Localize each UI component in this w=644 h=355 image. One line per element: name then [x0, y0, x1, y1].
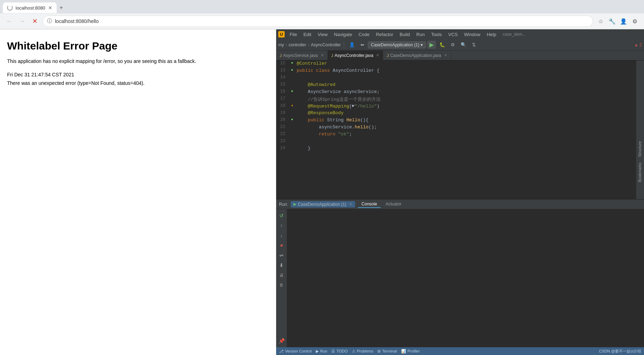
tab-close-button[interactable]: ✕: [48, 5, 52, 11]
run-panel-tabs: Console Actuator: [358, 201, 405, 208]
code-editor[interactable]: 12 ● @Controller 13 ● public class Async…: [276, 60, 636, 199]
menu-window[interactable]: Window: [461, 31, 483, 38]
error-description: This application has no explicit mapping…: [7, 58, 269, 65]
run-wrap-button[interactable]: ⇌: [277, 251, 286, 260]
line-content-13: public class AsyncController {: [295, 68, 636, 73]
run-configuration[interactable]: CaseDemoApplication (1) ▾: [368, 41, 426, 48]
tab-close-asynccontroller[interactable]: ✕: [376, 53, 379, 58]
bookmarks-panel-label[interactable]: Bookmarks: [636, 160, 644, 185]
tab-asynccontroller[interactable]: J AsyncController.java ✕: [328, 51, 383, 60]
line-content-24: }: [295, 146, 636, 151]
menu-edit[interactable]: Edit: [301, 31, 314, 38]
run-panel: Run: ▶ CaseDemoApplication (1) ✕ Console…: [276, 199, 644, 347]
run-toolbar: ↺ ↑ ↓ ■ ⇌ ⬇ 🖨 🗑 📌: [276, 209, 287, 347]
forward-button[interactable]: →: [17, 16, 27, 26]
address-bar[interactable]: ⓘ: [42, 16, 593, 27]
version-control-status[interactable]: ⎇ Version Control: [279, 349, 312, 354]
line-content-20: public String Hello(){: [295, 117, 636, 123]
run-icon: ▶: [293, 202, 296, 206]
account-button[interactable]: 👤: [619, 16, 628, 26]
run-download-button[interactable]: ⬇: [277, 261, 286, 269]
run-scroll-down-button[interactable]: ↓: [277, 231, 286, 240]
run-pin-button[interactable]: 📌: [277, 337, 286, 345]
todo-icon: ☰: [331, 349, 335, 354]
menu-navigate[interactable]: Navigate: [331, 31, 355, 38]
run-status[interactable]: ▶ Run: [316, 349, 327, 354]
new-tab-button[interactable]: +: [57, 3, 66, 13]
ide-debug-button[interactable]: 🐛: [437, 41, 447, 48]
run-tab-console[interactable]: Console: [358, 201, 381, 208]
run-scroll-up-button[interactable]: ↑: [277, 221, 286, 230]
menu-refactor[interactable]: Refactor: [373, 31, 396, 38]
gutter-13: ●: [289, 68, 295, 72]
ide-run-button[interactable]: ▶: [427, 41, 436, 49]
tab-bar: localhost:8080 ✕ +: [0, 0, 644, 13]
java-file-icon-2: J: [331, 53, 334, 58]
ide-settings-button[interactable]: ⚙: [449, 41, 457, 48]
browser-toolbar: ← → ✕ ⓘ ☆ 🔧 👤 ⚙: [0, 13, 644, 29]
line-content-19: @ResponseBody: [295, 110, 636, 116]
code-line-24: 24 }: [276, 145, 636, 152]
todo-status[interactable]: ☰ TODO: [331, 349, 348, 354]
run-trash-button[interactable]: 🗑: [277, 281, 286, 289]
tab-casedemoapplication[interactable]: J CaseDemoApplication.java ✕: [383, 51, 451, 60]
menu-file[interactable]: File: [287, 31, 300, 38]
structure-panel-label[interactable]: Structure: [636, 138, 644, 160]
active-tab[interactable]: localhost:8080 ✕: [3, 2, 57, 13]
menu-build[interactable]: Build: [397, 31, 413, 38]
run-panel-close-button[interactable]: ✕: [349, 202, 352, 206]
gutter-20: ●: [289, 117, 295, 122]
tab-asyncservice[interactable]: J AsyncService.java ✕: [276, 51, 328, 60]
menu-vcs[interactable]: VCS: [445, 31, 461, 38]
menu-run[interactable]: Run: [414, 31, 428, 38]
code-line-12: 12 ● @Controller: [276, 60, 636, 68]
tab-close-casedemoapplication[interactable]: ✕: [444, 53, 447, 58]
run-tab-actuator[interactable]: Actuator: [382, 201, 405, 208]
run-print-button[interactable]: 🖨: [277, 271, 286, 279]
profiler-status[interactable]: 📊 Profiler: [401, 349, 420, 354]
line-content-23: [295, 139, 636, 144]
menu-view[interactable]: View: [315, 31, 330, 38]
toolbar-back-btn[interactable]: ⬅: [358, 41, 366, 48]
toolbar-profile-btn[interactable]: 👤: [347, 41, 357, 48]
url-input[interactable]: [55, 18, 588, 24]
code-line-14: 14: [276, 75, 636, 82]
todo-label: TODO: [336, 349, 348, 353]
gutter-16: ●: [289, 89, 295, 93]
menu-project-name: case_dem...: [500, 31, 529, 38]
security-icon: ⓘ: [47, 18, 52, 24]
back-button[interactable]: ←: [4, 16, 14, 26]
ide-menubar: IJ File Edit View Navigate Code Refactor…: [276, 29, 644, 39]
code-line-22: 22 return "ok";: [276, 131, 636, 138]
toolbar-actions: ☆ 🔧 👤 ⚙: [596, 16, 640, 26]
problems-label: Problems: [357, 349, 373, 353]
menu-tools[interactable]: Tools: [428, 31, 445, 38]
ide-toolbar: my › controller › AsyncController 👤 ⬅ Ca…: [276, 39, 644, 51]
settings-button[interactable]: ⚙: [630, 16, 640, 26]
ide-statusbar: ⎇ Version Control ▶ Run ☰ TODO ⚠ Problem…: [276, 347, 644, 355]
loading-favicon: [7, 5, 13, 11]
stop-button[interactable]: ✕: [30, 16, 40, 26]
ide-search-button[interactable]: 🔍: [458, 41, 468, 48]
run-config-dropdown-icon: ▾: [421, 42, 423, 47]
menu-help[interactable]: Help: [484, 31, 499, 38]
menu-code[interactable]: Code: [356, 31, 372, 38]
vcs-label: Version Control: [285, 349, 312, 353]
run-restart-button[interactable]: ↺: [277, 211, 286, 220]
error-message: There was an unexpected error (type=Not …: [7, 79, 269, 88]
extension-button[interactable]: 🔧: [607, 16, 617, 26]
breadcrumb-classname: AsyncController: [311, 42, 341, 47]
code-line-15: 15 @Autowired: [276, 82, 636, 89]
run-status-label: Run: [320, 349, 327, 353]
problems-status[interactable]: ⚠ Problems: [352, 349, 373, 354]
run-panel-app-name[interactable]: ▶ CaseDemoApplication (1) ✕: [291, 201, 355, 208]
code-line-20: 20 ● public String Hello(){: [276, 117, 636, 124]
terminal-status[interactable]: ⊞ Terminal: [377, 349, 397, 354]
toolbar-separator: [344, 41, 344, 48]
ide-git-button[interactable]: ⇅: [470, 41, 478, 48]
bookmark-button[interactable]: ☆: [596, 16, 606, 26]
java-file-icon: J: [280, 53, 282, 58]
tab-close-asyncservice[interactable]: ✕: [321, 53, 324, 58]
run-stop-button[interactable]: ■: [277, 241, 286, 250]
run-console-content: [287, 209, 644, 347]
